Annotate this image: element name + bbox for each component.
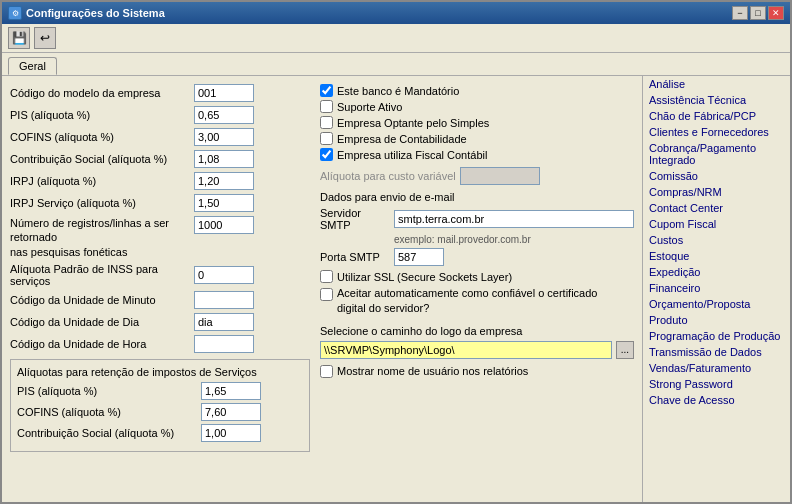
sidebar-item-cupom[interactable]: Cupom Fiscal xyxy=(643,216,790,232)
field-registros: Número de registros/linhas a ser retorna… xyxy=(10,216,310,259)
logo-row: ... xyxy=(320,341,634,359)
smtp-port-input[interactable] xyxy=(394,248,444,266)
sidebar-item-chave[interactable]: Chave de Acesso xyxy=(643,392,790,408)
sidebar-item-chao[interactable]: Chão de Fábrica/PCP xyxy=(643,108,790,124)
sidebar-item-analise[interactable]: Análise xyxy=(643,76,790,92)
input-irpj[interactable] xyxy=(194,172,254,190)
checkbox-simples-input[interactable] xyxy=(320,116,333,129)
label-unidade-minuto: Código da Unidade de Minuto xyxy=(10,294,190,306)
retention-contrib-row: Contribuição Social (alíquota %) xyxy=(17,424,303,442)
ssl-checkbox[interactable] xyxy=(320,270,333,283)
field-irpj: IRPJ (alíquota %) xyxy=(10,172,310,190)
checkbox-mandatorio-input[interactable] xyxy=(320,84,333,97)
variavel-row: Alíquota para custo variável xyxy=(320,167,634,185)
input-contrib[interactable] xyxy=(194,150,254,168)
input-unidade-hora[interactable] xyxy=(194,335,254,353)
left-panel: Código do modelo da empresa PIS (alíquot… xyxy=(2,76,642,502)
sidebar-item-strong-password[interactable]: Strong Password xyxy=(643,376,790,392)
input-registros[interactable] xyxy=(194,216,254,234)
maximize-button[interactable]: □ xyxy=(750,6,766,20)
undo-button[interactable]: ↩ xyxy=(34,27,56,49)
checkbox-suporte-input[interactable] xyxy=(320,100,333,113)
logo-input[interactable] xyxy=(320,341,612,359)
sidebar-item-transmissao[interactable]: Transmissão de Dados xyxy=(643,344,790,360)
retention-contrib-label: Contribuição Social (alíquota %) xyxy=(17,427,197,439)
input-codigo[interactable] xyxy=(194,84,254,102)
tab-geral[interactable]: Geral xyxy=(8,57,57,75)
retention-pis-input[interactable] xyxy=(201,382,261,400)
retention-cofins-row: COFINS (alíquota %) xyxy=(17,403,303,421)
sidebar-item-estoque[interactable]: Estoque xyxy=(643,248,790,264)
field-unidade-minuto: Código da Unidade de Minuto xyxy=(10,291,310,309)
main-window: ⚙ Configurações do Sistema − □ ✕ 💾 ↩ Ger… xyxy=(0,0,792,504)
input-cofins[interactable] xyxy=(194,128,254,146)
label-contrib: Contribuição Social (alíquota %) xyxy=(10,153,190,165)
checkboxes-section: Este banco é Mandatório Suporte Ativo Em… xyxy=(320,84,634,161)
undo-icon: ↩ xyxy=(40,31,50,45)
sidebar-item-programacao[interactable]: Programação de Produção xyxy=(643,328,790,344)
sidebar-item-produto[interactable]: Produto xyxy=(643,312,790,328)
minimize-button[interactable]: − xyxy=(732,6,748,20)
aceitar-label: Aceitar automaticamente como confiável o… xyxy=(337,286,597,317)
checkbox-contabilidade-input[interactable] xyxy=(320,132,333,145)
logo-section: Selecione o caminho do logo da empresa .… xyxy=(320,325,634,359)
mostrar-checkbox[interactable] xyxy=(320,365,333,378)
field-unidade-dia: Código da Unidade de Dia xyxy=(10,313,310,331)
sidebar-item-contact[interactable]: Contact Center xyxy=(643,200,790,216)
checkbox-suporte: Suporte Ativo xyxy=(320,100,634,113)
close-button[interactable]: ✕ xyxy=(768,6,784,20)
input-unidade-minuto[interactable] xyxy=(194,291,254,309)
variavel-input[interactable] xyxy=(460,167,540,185)
sidebar-item-expedicao[interactable]: Expedição xyxy=(643,264,790,280)
retention-contrib-input[interactable] xyxy=(201,424,261,442)
checkbox-fiscal-input[interactable] xyxy=(320,148,333,161)
retention-cofins-input[interactable] xyxy=(201,403,261,421)
retention-title: Alíquotas para retenção de impostos de S… xyxy=(17,366,303,378)
label-registros: Número de registros/linhas a ser retorna… xyxy=(10,216,190,259)
window-icon: ⚙ xyxy=(8,6,22,20)
right-column: Este banco é Mandatório Suporte Ativo Em… xyxy=(320,84,634,452)
sidebar-item-assistencia[interactable]: Assistência Técnica xyxy=(643,92,790,108)
tab-bar: Geral xyxy=(2,53,790,75)
field-pis: PIS (alíquota %) xyxy=(10,106,310,124)
smtp-server-input[interactable] xyxy=(394,210,634,228)
sidebar-item-orcamento[interactable]: Orçamento/Proposta xyxy=(643,296,790,312)
save-button[interactable]: 💾 xyxy=(8,27,30,49)
mostrar-row: Mostrar nome de usuário nos relatórios xyxy=(320,365,634,378)
save-icon: 💾 xyxy=(12,31,27,45)
sidebar-item-cobranca[interactable]: Cobrança/Pagamento Integrado xyxy=(643,140,790,168)
smtp-server-row: Servidor SMTP xyxy=(320,207,634,231)
input-irpj-servico[interactable] xyxy=(194,194,254,212)
email-section-title: Dados para envio de e-mail xyxy=(320,191,634,203)
field-unidade-hora: Código da Unidade de Hora xyxy=(10,335,310,353)
input-pis[interactable] xyxy=(194,106,254,124)
sidebar-item-compras[interactable]: Compras/NRM xyxy=(643,184,790,200)
sidebar-item-financeiro[interactable]: Financeiro xyxy=(643,280,790,296)
sidebar-item-custos[interactable]: Custos xyxy=(643,232,790,248)
retention-section: Alíquotas para retenção de impostos de S… xyxy=(10,359,310,452)
sidebar-item-clientes[interactable]: Clientes e Fornecedores xyxy=(643,124,790,140)
aceitar-checkbox[interactable] xyxy=(320,288,333,301)
toolbar: 💾 ↩ xyxy=(2,24,790,53)
smtp-port-label: Porta SMTP xyxy=(320,251,390,263)
checkbox-suporte-label: Suporte Ativo xyxy=(337,101,402,113)
retention-pis-label: PIS (alíquota %) xyxy=(17,385,197,397)
label-pis: PIS (alíquota %) xyxy=(10,109,190,121)
mostrar-label: Mostrar nome de usuário nos relatórios xyxy=(337,365,528,377)
label-inss: Alíquota Padrão de INSS para serviços xyxy=(10,263,190,287)
ssl-row: Utilizar SSL (Secure Sockets Layer) xyxy=(320,270,634,283)
sidebar-item-vendas[interactable]: Vendas/Faturamento xyxy=(643,360,790,376)
sidebar-item-comissao[interactable]: Comissão xyxy=(643,168,790,184)
logo-browse-button[interactable]: ... xyxy=(616,341,634,359)
title-bar: ⚙ Configurações do Sistema − □ ✕ xyxy=(2,2,790,24)
right-sidebar: Análise Assistência Técnica Chão de Fábr… xyxy=(642,76,790,502)
input-unidade-dia[interactable] xyxy=(194,313,254,331)
email-section: Dados para envio de e-mail Servidor SMTP… xyxy=(320,191,634,317)
label-unidade-dia: Código da Unidade de Dia xyxy=(10,316,190,328)
input-inss[interactable] xyxy=(194,266,254,284)
field-codigo: Código do modelo da empresa xyxy=(10,84,310,102)
logo-section-title: Selecione o caminho do logo da empresa xyxy=(320,325,634,337)
ssl-label: Utilizar SSL (Secure Sockets Layer) xyxy=(337,271,512,283)
retention-pis-row: PIS (alíquota %) xyxy=(17,382,303,400)
label-codigo: Código do modelo da empresa xyxy=(10,87,190,99)
